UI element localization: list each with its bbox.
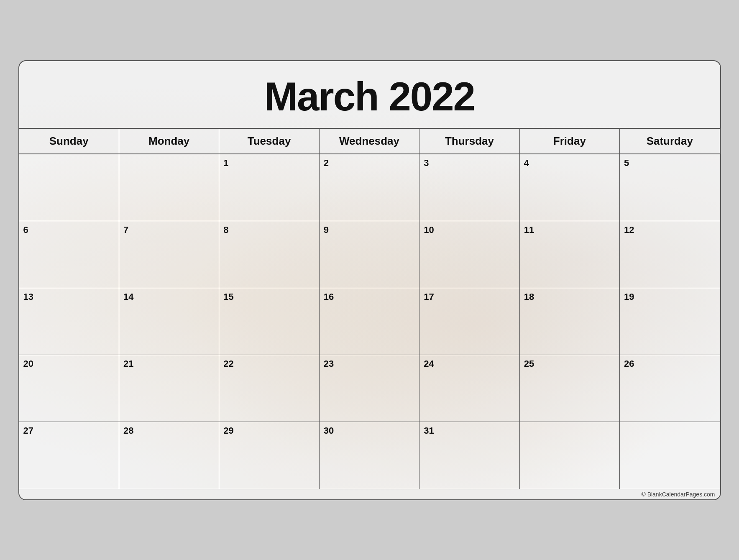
day-number: 5 xyxy=(624,158,716,169)
day-cell-16[interactable]: 16 xyxy=(320,288,419,355)
day-cell-3[interactable]: 3 xyxy=(419,154,519,221)
calendar-container: March 2022 SundayMondayTuesdayWednesdayT… xyxy=(18,60,721,500)
day-number: 1 xyxy=(223,158,315,169)
day-cell-31[interactable]: 31 xyxy=(419,422,519,489)
day-header-sunday: Sunday xyxy=(19,129,119,154)
day-number: 14 xyxy=(123,292,215,302)
calendar-title: March 2022 xyxy=(19,74,720,120)
day-number: 20 xyxy=(23,358,115,369)
day-number: 13 xyxy=(23,292,115,302)
day-number: 30 xyxy=(324,425,415,436)
day-cell-23[interactable]: 23 xyxy=(320,355,419,422)
day-cell-2[interactable]: 2 xyxy=(320,154,419,221)
day-cell-29[interactable]: 29 xyxy=(219,422,319,489)
day-number: 19 xyxy=(624,292,716,302)
day-cell-8[interactable]: 8 xyxy=(219,221,319,288)
day-number: 17 xyxy=(424,292,515,302)
day-cell-empty[interactable] xyxy=(119,154,219,221)
day-cell-empty[interactable] xyxy=(520,422,620,489)
day-number: 16 xyxy=(324,292,415,302)
day-cell-18[interactable]: 18 xyxy=(520,288,620,355)
day-number: 18 xyxy=(524,292,615,302)
day-number: 7 xyxy=(123,225,215,235)
day-number: 22 xyxy=(223,358,315,369)
day-number: 2 xyxy=(324,158,415,169)
day-number: 9 xyxy=(324,225,415,235)
day-number: 31 xyxy=(424,425,515,436)
day-cell-17[interactable]: 17 xyxy=(419,288,519,355)
day-cell-20[interactable]: 20 xyxy=(19,355,119,422)
calendar-grid: SundayMondayTuesdayWednesdayThursdayFrid… xyxy=(19,129,720,489)
day-header-thursday: Thursday xyxy=(419,129,519,154)
day-number: 12 xyxy=(624,225,716,235)
day-cell-13[interactable]: 13 xyxy=(19,288,119,355)
day-cell-27[interactable]: 27 xyxy=(19,422,119,489)
day-number: 3 xyxy=(424,158,515,169)
day-cell-empty[interactable] xyxy=(620,422,720,489)
day-number: 11 xyxy=(524,225,615,235)
day-cell-7[interactable]: 7 xyxy=(119,221,219,288)
day-number: 8 xyxy=(223,225,315,235)
day-cell-11[interactable]: 11 xyxy=(520,221,620,288)
day-cell-9[interactable]: 9 xyxy=(320,221,419,288)
day-header-friday: Friday xyxy=(520,129,620,154)
day-cell-10[interactable]: 10 xyxy=(419,221,519,288)
calendar-header: March 2022 xyxy=(19,61,720,129)
watermark: © BlankCalendarPages.com xyxy=(19,489,720,499)
day-cell-empty[interactable] xyxy=(19,154,119,221)
day-number: 28 xyxy=(123,425,215,436)
day-cell-4[interactable]: 4 xyxy=(520,154,620,221)
day-cell-1[interactable]: 1 xyxy=(219,154,319,221)
day-header-wednesday: Wednesday xyxy=(320,129,419,154)
day-cell-19[interactable]: 19 xyxy=(620,288,720,355)
day-cell-26[interactable]: 26 xyxy=(620,355,720,422)
day-header-monday: Monday xyxy=(119,129,219,154)
day-number: 10 xyxy=(424,225,515,235)
day-cell-21[interactable]: 21 xyxy=(119,355,219,422)
day-number: 6 xyxy=(23,225,115,235)
day-cell-15[interactable]: 15 xyxy=(219,288,319,355)
day-cell-5[interactable]: 5 xyxy=(620,154,720,221)
day-cell-24[interactable]: 24 xyxy=(419,355,519,422)
day-number: 29 xyxy=(223,425,315,436)
day-number: 4 xyxy=(524,158,615,169)
day-cell-25[interactable]: 25 xyxy=(520,355,620,422)
day-cell-30[interactable]: 30 xyxy=(320,422,419,489)
day-cell-28[interactable]: 28 xyxy=(119,422,219,489)
day-number: 25 xyxy=(524,358,615,369)
day-cell-6[interactable]: 6 xyxy=(19,221,119,288)
day-number: 21 xyxy=(123,358,215,369)
day-cell-14[interactable]: 14 xyxy=(119,288,219,355)
day-number: 26 xyxy=(624,358,716,369)
day-number: 15 xyxy=(223,292,315,302)
day-number: 23 xyxy=(324,358,415,369)
day-header-tuesday: Tuesday xyxy=(219,129,319,154)
day-number: 24 xyxy=(424,358,515,369)
day-header-saturday: Saturday xyxy=(620,129,720,154)
day-cell-12[interactable]: 12 xyxy=(620,221,720,288)
day-number: 27 xyxy=(23,425,115,436)
day-cell-22[interactable]: 22 xyxy=(219,355,319,422)
